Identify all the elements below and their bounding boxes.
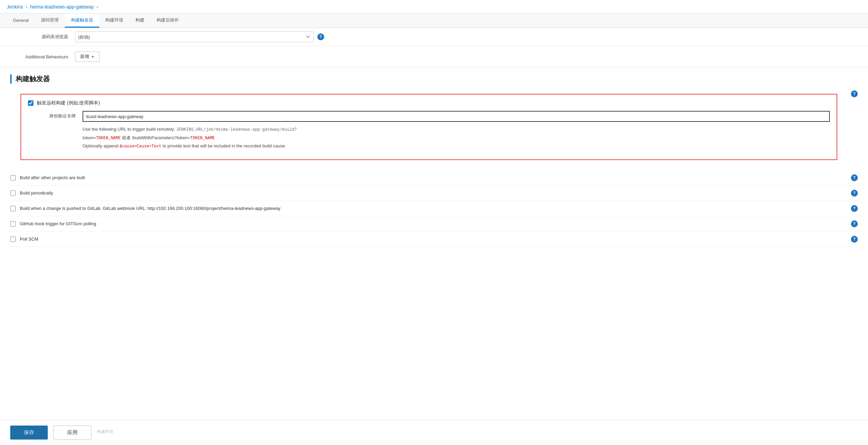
help-build-after[interactable]: ? <box>851 174 858 181</box>
label-build-periodically: Build periodically <box>20 190 53 196</box>
checkbox-row-build-gitlab: Build when a change is pushed to GitLab.… <box>10 201 858 216</box>
additional-behaviours-row: Additional Behaviours 新增 ▼ <box>0 46 868 68</box>
tab-post-build[interactable]: 构建后操作 <box>150 14 185 28</box>
add-button[interactable]: 新增 ▼ <box>75 52 100 62</box>
remote-trigger-checkbox[interactable] <box>28 100 33 106</box>
token-field: Use the following URL to trigger build r… <box>83 111 830 150</box>
tab-source-manage[interactable]: 源码管理 <box>35 14 65 28</box>
source-browser-select[interactable]: (自动) <box>75 31 314 42</box>
checkbox-build-periodically[interactable] <box>10 190 16 196</box>
checkbox-github-hook[interactable] <box>10 221 16 227</box>
help-github-hook[interactable]: ? <box>851 220 858 227</box>
breadcrumb-sep1: › <box>26 4 27 10</box>
add-button-label: 新增 <box>80 54 89 60</box>
checkbox-build-gitlab[interactable] <box>10 206 16 211</box>
trigger-info-line3: Optionally append &cause=Cause+Text to p… <box>83 142 830 150</box>
tab-build[interactable]: 构建 <box>129 14 150 28</box>
breadcrumb-sep2: › <box>97 4 98 10</box>
trigger-box: 触发远程构建 (例如,使用脚本) 身份验证令牌 Use the followin… <box>20 94 837 160</box>
label-poll-scm: Poll SCM <box>20 236 38 242</box>
checkbox-left-build-gitlab: Build when a change is pushed to GitLab.… <box>10 206 280 211</box>
build-trigger-title: 构建触发器 <box>10 74 858 84</box>
checkbox-row-github-hook: GitHub hook trigger for GITScm polling ? <box>10 216 858 232</box>
trigger-checkbox-row: 触发远程构建 (例如,使用脚本) <box>28 100 830 106</box>
checkbox-row-build-periodically: Build periodically ? <box>10 186 858 201</box>
token-label: 身份验证令牌 <box>28 111 83 119</box>
breadcrumb-project[interactable]: heima-leadnews-app-gateway <box>30 4 94 10</box>
breadcrumb-jenkins[interactable]: Jenkins <box>7 4 23 10</box>
trigger-help-icon[interactable]: ? <box>851 90 858 97</box>
info-path: /job/heima-leadnews-app-gateway/build? <box>203 127 297 132</box>
checkbox-build-after[interactable] <box>10 175 16 181</box>
bottom-bar: 保存 应用 构建环境 <box>0 420 868 445</box>
checkbox-left-poll-scm: Poll SCM <box>10 236 38 242</box>
checkbox-poll-scm[interactable] <box>10 236 16 242</box>
apply-button[interactable]: 应用 <box>53 426 91 440</box>
build-env-hint: 构建环境 <box>97 426 113 440</box>
label-build-after: Build after other projects are built <box>20 175 85 180</box>
page-scroll: General 源码管理 构建触发器 构建环境 构建 构建后操作 源码库浏览器 … <box>0 14 868 445</box>
additional-behaviours-label: Additional Behaviours <box>10 54 75 59</box>
help-build-gitlab[interactable]: ? <box>851 205 858 212</box>
source-browser-row: 源码库浏览器 (自动) ? <box>0 28 868 46</box>
help-poll-scm[interactable]: ? <box>851 236 858 243</box>
token-input[interactable] <box>83 111 830 122</box>
breadcrumb-bar: Jenkins › heima-leadnews-app-gateway › <box>0 0 868 14</box>
label-github-hook: GitHub hook trigger for GITScm polling <box>20 221 96 226</box>
main-content: General 源码管理 构建触发器 构建环境 构建 构建后操作 源码库浏览器 … <box>0 14 868 445</box>
info-append-prefix: Optionally append <box>83 143 119 148</box>
checkbox-left-github-hook: GitHub hook trigger for GITScm polling <box>10 221 96 227</box>
info-or: 或者 /buildWithParameters?token= <box>120 135 190 140</box>
checkbox-row-build-after: Build after other projects are built ? <box>10 170 858 186</box>
help-build-periodically[interactable]: ? <box>851 190 858 197</box>
info-token-prefix: token= <box>83 135 96 140</box>
tab-general[interactable]: General <box>7 14 35 28</box>
trigger-info: Use the following URL to trigger build r… <box>83 125 830 150</box>
source-browser-label: 源码库浏览器 <box>10 34 75 40</box>
trigger-info-line2: token=TOKEN_NAME 或者 /buildWithParameters… <box>83 134 830 142</box>
trigger-box-wrapper: 触发远程构建 (例如,使用脚本) 身份验证令牌 Use the followin… <box>10 90 858 163</box>
trigger-info-line1: Use the following URL to trigger build r… <box>83 125 830 134</box>
token-row: 身份验证令牌 Use the following URL to trigger … <box>28 111 830 150</box>
build-trigger-section: 构建触发器 <box>0 68 868 87</box>
remote-trigger-label: 触发远程构建 (例如,使用脚本) <box>37 100 100 106</box>
label-build-gitlab: Build when a change is pushed to GitLab.… <box>20 206 280 211</box>
save-button[interactable]: 保存 <box>10 426 48 440</box>
info-token-name: TOKEN_NAME <box>96 136 120 141</box>
checkbox-left-build-periodically: Build periodically <box>10 190 53 196</box>
checkbox-left-build-after: Build after other projects are built <box>10 175 85 181</box>
tab-bar: General 源码管理 构建触发器 构建环境 构建 构建后操作 <box>0 14 868 28</box>
checkbox-list: Build after other projects are built ? B… <box>0 167 868 250</box>
info-token-name-2: TOKEN_NAME <box>190 136 215 141</box>
tab-build-env[interactable]: 构建环境 <box>99 14 129 28</box>
info-url: JENKINS_URL <box>176 127 203 132</box>
add-dropdown-arrow-icon: ▼ <box>91 55 95 59</box>
tab-build-trigger[interactable]: 构建触发器 <box>65 14 99 28</box>
info-prefix-1: Use the following URL to trigger build r… <box>83 127 176 132</box>
source-browser-help[interactable]: ? <box>317 33 324 40</box>
checkbox-row-poll-scm: Poll SCM ? <box>10 232 858 247</box>
info-cause-code: &cause=Cause+Text <box>119 144 161 149</box>
info-append-suffix: to provide text that will be included in… <box>161 143 286 148</box>
